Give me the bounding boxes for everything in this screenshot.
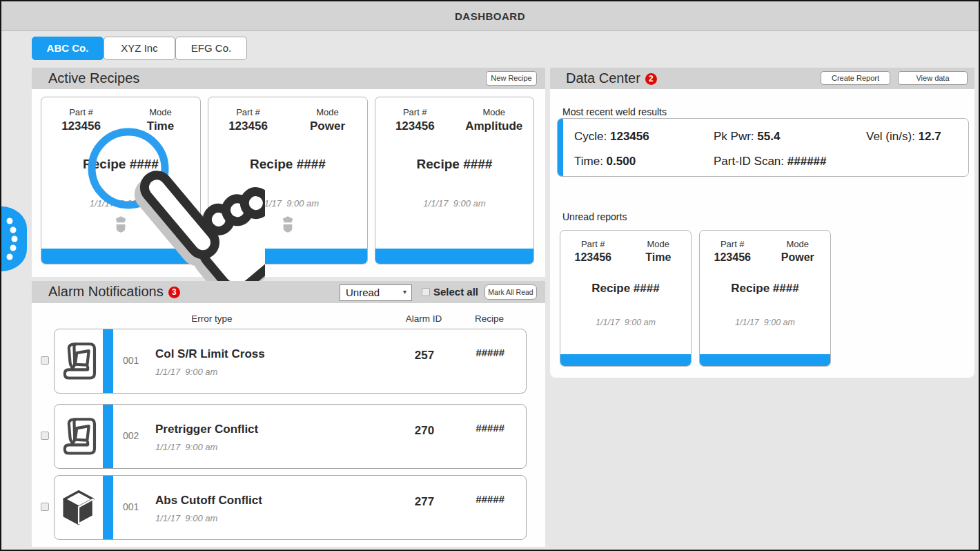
alarm-error-type: Col S/R Limit Cross (155, 347, 265, 361)
alarm-notifications-header: Alarm Notifications3 Unread ▾ Select all… (32, 281, 545, 303)
shield-badge-icon (41, 215, 200, 233)
card-accent-bar (41, 249, 200, 264)
alarm-id: 257 (390, 349, 459, 362)
data-center-title: Data Center2 (566, 68, 657, 89)
select-all-label: Select all (433, 281, 478, 303)
recipe-date: 1/1/17 9:00 am (375, 198, 533, 209)
select-all-checkbox[interactable] (422, 288, 430, 296)
card-accent-bar (560, 354, 691, 366)
recipe-date: 1/1/17 9:00 am (41, 198, 200, 209)
recipe-name: Recipe #### (208, 157, 367, 172)
recipe-name: Recipe #### (560, 282, 691, 296)
alarm-row[interactable]: 001 Abs Cutoff Conflict 1/1/17 9:00 am 2… (54, 475, 527, 540)
alarm-recipe: ##### (455, 493, 525, 505)
alarm-notifications-title-text: Alarm Notifications (48, 284, 164, 299)
part-label: Part # (375, 107, 455, 117)
card-accent-bar (558, 119, 563, 176)
column-header-recipe: Recipe (455, 313, 524, 324)
mode-label: Mode (765, 239, 831, 249)
weld-field-label: Cycle: (574, 130, 610, 143)
alarm-id: 277 (390, 495, 459, 509)
report-card[interactable]: Part # 123456 Mode Power Recipe #### 1/1… (699, 230, 831, 367)
recipe-date: 1/1/17 9:00 am (208, 198, 367, 209)
alarm-row-checkbox[interactable] (41, 432, 49, 440)
alarm-row[interactable]: 002 Pretrigger Conflict 1/1/17 9:00 am 2… (54, 404, 527, 469)
part-label: Part # (560, 239, 626, 249)
data-center-title-text: Data Center (566, 70, 640, 86)
recipe-card[interactable]: Part # 123456 Mode Time Recipe #### 1/1/… (41, 97, 201, 264)
card-accent-bar (375, 249, 533, 264)
part-label: Part # (41, 107, 121, 117)
weld-field-label: Pk Pwr: (714, 130, 757, 143)
recipe-name: Recipe #### (700, 282, 830, 296)
recipe-date: 1/1/17 9:00 am (560, 318, 691, 327)
column-header-alarm-id: Alarm ID (389, 313, 458, 324)
mode-value: Time (121, 119, 200, 133)
card-accent-bar (208, 249, 367, 264)
alarm-filter-value: Unread (346, 287, 380, 298)
mode-value: Power (765, 251, 831, 264)
drawer-dots-icon (1, 206, 27, 271)
weld-field-label: Vel (in/s): (866, 130, 919, 143)
alarm-date: 1/1/17 9:00 am (155, 513, 217, 523)
create-report-button[interactable]: Create Report (821, 71, 890, 85)
mode-value: Power (288, 119, 367, 133)
tab-efg-co[interactable]: EFG Co. (175, 37, 247, 60)
alarm-id: 270 (390, 424, 459, 438)
side-drawer-handle[interactable] (1, 206, 27, 271)
part-number: 123456 (375, 119, 455, 133)
mode-label: Mode (121, 107, 200, 117)
part-number: 123456 (41, 119, 121, 133)
alarm-error-type: Pretrigger Conflict (155, 423, 258, 436)
mode-value: Amplitude (455, 119, 534, 133)
row-accent-bar (103, 405, 113, 468)
mode-label: Mode (626, 239, 692, 249)
data-center-count-badge: 2 (645, 73, 657, 85)
alarm-occurrence: 002 (123, 430, 139, 441)
alarm-row[interactable]: 001 Col S/R Limit Cross 1/1/17 9:00 am 2… (54, 329, 527, 394)
part-number: 123456 (208, 119, 288, 133)
weld-field-value: ###### (787, 155, 827, 168)
new-recipe-button[interactable]: New Recipe (486, 71, 537, 86)
recipe-card[interactable]: Part # 123456 Mode Power Recipe #### 1/1… (208, 97, 368, 264)
weld-results-card: Cycle: 123456 Pk Pwr: 55.4 Vel (in/s): 1… (557, 118, 969, 177)
weld-field-value: 12.7 (919, 130, 941, 143)
recipe-name: Recipe #### (41, 157, 200, 172)
weld-field-value: 0.500 (607, 155, 636, 168)
alarm-recipe: ##### (455, 422, 525, 434)
mode-label: Mode (455, 107, 534, 117)
recipe-name: Recipe #### (375, 157, 533, 172)
shield-badge-icon (208, 215, 367, 233)
page-title: DASHBOARD (1, 1, 979, 31)
tab-xyz-inc[interactable]: XYZ Inc (104, 37, 175, 60)
alarm-row-checkbox[interactable] (41, 356, 49, 365)
active-recipes-header: Active Recipes New Recipe (32, 68, 545, 89)
mode-value: Time (626, 251, 692, 264)
mark-all-read-button[interactable]: Mark All Read (484, 284, 537, 300)
weld-field-label: Time: (574, 155, 607, 168)
unread-reports-heading: Unread reports (562, 211, 627, 222)
weld-press-icon (55, 405, 103, 468)
row-accent-bar (103, 476, 113, 539)
row-accent-bar (103, 329, 113, 393)
weld-field-value: 123456 (610, 130, 649, 143)
alarm-error-type: Abs Cutoff Conflict (155, 494, 262, 508)
alarm-occurrence: 001 (123, 355, 139, 366)
tab-abc-co[interactable]: ABC Co. (32, 37, 104, 60)
alarm-date: 1/1/17 9:00 am (155, 442, 217, 452)
view-data-button[interactable]: View data (898, 71, 968, 85)
data-center-header: Data Center2 Create Report View data (550, 68, 974, 89)
chevron-down-icon: ▾ (403, 288, 406, 296)
box-icon (55, 476, 103, 539)
top-bar: DASHBOARD (1, 1, 979, 31)
recipe-date: 1/1/17 9:00 am (700, 318, 830, 327)
alarm-row-checkbox[interactable] (41, 503, 49, 511)
weld-results-heading: Most recent weld results (562, 106, 667, 117)
recipe-card[interactable]: Part # 123456 Mode Amplitude Recipe ####… (375, 97, 534, 264)
active-recipes-title: Active Recipes (48, 68, 139, 89)
alarm-filter-dropdown[interactable]: Unread ▾ (340, 284, 412, 301)
alarm-recipe: ##### (455, 347, 525, 358)
card-accent-bar (700, 354, 830, 366)
mode-label: Mode (288, 107, 367, 117)
report-card[interactable]: Part # 123456 Mode Time Recipe #### 1/1/… (560, 230, 692, 367)
